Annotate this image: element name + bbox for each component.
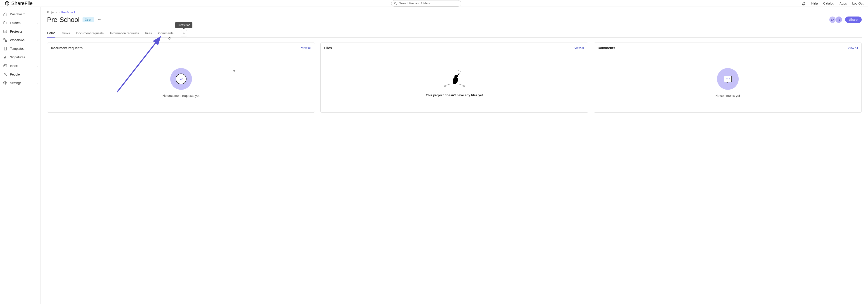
create-tab-tooltip: Create tab	[175, 22, 192, 28]
workflows-icon	[3, 38, 7, 42]
sidebar-label: Signatures	[10, 55, 25, 59]
sidebar-label: Settings	[10, 81, 22, 85]
card-title: Comments	[597, 46, 615, 50]
sidebar: Dashboard Folders Projects Workflows	[0, 7, 41, 304]
card-files: Files View all ?	[320, 42, 588, 113]
tab-home[interactable]: Home	[47, 29, 55, 37]
chevron-right-icon	[36, 39, 38, 41]
sidebar-item-projects[interactable]: Projects	[0, 27, 40, 36]
sidebar-label: Inbox	[10, 64, 18, 68]
empty-state-text: No comments yet	[715, 94, 740, 97]
tab-document-requests[interactable]: Document requests	[76, 29, 103, 37]
tabs: Home Tasks Document requests Information…	[47, 29, 862, 37]
avatar[interactable]: SA	[829, 17, 836, 23]
sidebar-item-dashboard[interactable]: Dashboard	[0, 10, 40, 19]
cards-row: Document requests View all No document r…	[47, 42, 862, 113]
comment-bubble-icon	[724, 76, 732, 82]
brand-logo[interactable]: ShareFile	[4, 0, 33, 6]
empty-state-icon	[170, 68, 192, 90]
sidebar-item-folders[interactable]: Folders	[0, 19, 40, 27]
brand-name: ShareFile	[11, 0, 33, 6]
svg-line-1	[396, 4, 397, 4]
tab-comments[interactable]: Comments	[158, 29, 174, 37]
tab-tasks[interactable]: Tasks	[62, 29, 70, 37]
svg-line-7	[5, 39, 6, 40]
empty-state-text: No document requests yet	[162, 94, 199, 97]
sidebar-item-templates[interactable]: Templates	[0, 44, 40, 53]
folder-icon	[3, 21, 7, 25]
sidebar-label: Workflows	[10, 38, 24, 42]
people-icon	[3, 72, 7, 77]
status-badge: Open	[83, 17, 94, 22]
sidebar-label: People	[10, 72, 20, 76]
svg-point-0	[395, 2, 396, 4]
home-icon	[3, 12, 7, 16]
inbox-icon	[3, 64, 7, 68]
project-titlebar: Pre-School Open SA TS Share	[47, 16, 862, 24]
top-nav: Help Catalog Apps Log Out	[802, 1, 864, 5]
svg-point-15	[99, 20, 100, 20]
dots-horizontal-icon	[98, 18, 101, 22]
svg-rect-8	[4, 47, 6, 50]
nav-apps[interactable]: Apps	[839, 2, 847, 5]
bell-icon[interactable]	[802, 1, 806, 5]
svg-point-20	[463, 85, 465, 87]
nav-help[interactable]: Help	[811, 2, 818, 5]
nav-catalog[interactable]: Catalog	[823, 2, 834, 5]
templates-icon	[3, 47, 7, 51]
chevron-right-icon: ›	[59, 11, 59, 14]
svg-point-16	[100, 20, 101, 20]
card-title: Document requests	[51, 46, 83, 50]
projects-icon	[3, 29, 7, 33]
topbar: ShareFile Help Catalog Apps Log Out	[0, 0, 868, 7]
sidebar-label: Projects	[10, 30, 22, 33]
sidebar-item-inbox[interactable]: Inbox	[0, 62, 40, 70]
chevron-right-icon	[36, 82, 38, 84]
svg-rect-2	[4, 30, 7, 33]
project-title: Pre-School	[47, 16, 80, 24]
svg-line-23	[458, 70, 459, 71]
view-all-link[interactable]: View all	[848, 46, 858, 50]
sharefile-logo-icon	[4, 1, 10, 6]
svg-point-19	[444, 85, 446, 87]
sidebar-item-workflows[interactable]: Workflows	[0, 36, 40, 44]
card-document-requests: Document requests View all No document r…	[47, 42, 315, 113]
search-input[interactable]	[391, 0, 461, 6]
plus-icon	[182, 32, 185, 35]
create-tab-button[interactable]: Create tab	[181, 30, 187, 36]
check-icon	[179, 77, 183, 81]
view-all-link[interactable]: View all	[301, 46, 311, 50]
svg-point-12	[4, 73, 6, 74]
more-actions-button[interactable]	[97, 17, 102, 22]
avatar[interactable]: TS	[836, 17, 842, 23]
card-title: Files	[324, 46, 332, 50]
card-comments: Comments View all No comments yet	[594, 42, 862, 113]
main-content: Projects › Pre-School Pre-School Open SA…	[41, 7, 868, 304]
svg-point-14	[98, 20, 99, 20]
breadcrumb-projects[interactable]: Projects	[47, 11, 57, 14]
search-wrap	[391, 0, 461, 6]
chevron-right-icon	[36, 65, 38, 67]
tab-files[interactable]: Files	[145, 29, 152, 37]
sidebar-item-signatures[interactable]: Signatures	[0, 53, 40, 62]
gear-icon	[3, 81, 7, 85]
svg-point-13	[5, 83, 6, 84]
breadcrumb-current: Pre-School	[61, 11, 74, 14]
chevron-right-icon	[36, 22, 38, 24]
sidebar-item-settings[interactable]: Settings	[0, 79, 40, 87]
sidebar-label: Dashboard	[10, 12, 26, 16]
empty-files-illustration: ?	[442, 68, 467, 89]
svg-rect-5	[4, 38, 5, 39]
chevron-right-icon	[36, 73, 38, 75]
empty-state-text: This project doesn't have any files yet	[426, 93, 483, 97]
empty-state-icon	[717, 68, 739, 90]
search-icon	[394, 2, 397, 5]
view-all-link[interactable]: View all	[574, 46, 585, 50]
svg-rect-6	[6, 40, 7, 41]
share-button[interactable]: Share	[845, 17, 862, 23]
sidebar-label: Templates	[10, 47, 24, 51]
nav-logout[interactable]: Log Out	[852, 2, 864, 5]
sidebar-label: Folders	[10, 21, 21, 25]
sidebar-item-people[interactable]: People	[0, 70, 40, 79]
tab-information-requests[interactable]: Information requests	[110, 29, 139, 37]
